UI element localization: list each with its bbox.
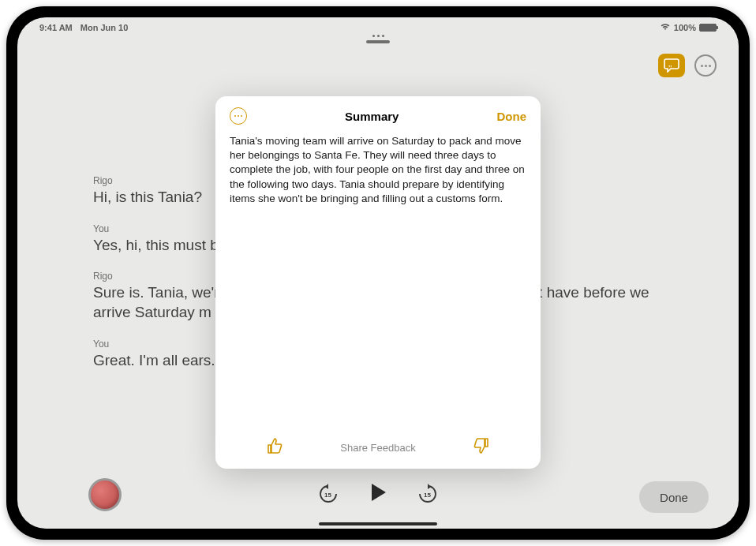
status-bar: 9:41 AM Mon Jun 10 100% bbox=[17, 17, 739, 35]
more-button[interactable] bbox=[694, 54, 717, 77]
thumbs-up-icon bbox=[266, 437, 283, 454]
svg-text:,,: ,, bbox=[668, 61, 672, 68]
thumbs-down-icon bbox=[473, 437, 490, 454]
rewind-15-button[interactable]: 15 bbox=[318, 484, 339, 504]
transcript-button[interactable]: ,, bbox=[658, 54, 685, 77]
summary-modal: Summary Done Tania's moving team will ar… bbox=[215, 96, 541, 469]
summary-text: Tania's moving team will arrive on Satur… bbox=[230, 134, 526, 206]
play-icon bbox=[367, 481, 389, 503]
svg-text:15: 15 bbox=[424, 492, 431, 499]
home-indicator[interactable] bbox=[319, 522, 437, 525]
ipad-device-frame: 9:41 AM Mon Jun 10 100% ,, bbox=[6, 6, 750, 540]
status-time: 9:41 AM bbox=[39, 23, 73, 32]
done-button[interactable]: Done bbox=[639, 481, 709, 513]
modal-more-button[interactable] bbox=[230, 107, 247, 125]
status-date: Mon Jun 10 bbox=[80, 23, 129, 32]
wifi-icon bbox=[660, 23, 671, 32]
share-feedback-label: Share Feedback bbox=[340, 442, 415, 454]
thumbs-down-button[interactable] bbox=[473, 437, 490, 458]
forward-15-button[interactable]: 15 bbox=[417, 484, 438, 504]
modal-title: Summary bbox=[345, 110, 399, 123]
status-battery-pct: 100% bbox=[674, 23, 696, 32]
ellipsis-icon bbox=[372, 35, 384, 37]
grabber-icon bbox=[366, 40, 390, 43]
multitask-handle[interactable] bbox=[366, 35, 390, 43]
speech-quote-icon: ,, bbox=[664, 58, 679, 73]
play-button[interactable] bbox=[367, 481, 389, 507]
playback-controls: 15 15 bbox=[17, 481, 739, 507]
forward-15-icon: 15 bbox=[417, 484, 438, 504]
battery-icon bbox=[699, 24, 717, 32]
rewind-15-icon: 15 bbox=[318, 484, 339, 504]
screen: 9:41 AM Mon Jun 10 100% ,, bbox=[17, 17, 739, 529]
done-button-label: Done bbox=[660, 491, 688, 504]
svg-text:15: 15 bbox=[324, 492, 331, 499]
thumbs-up-button[interactable] bbox=[266, 437, 283, 458]
modal-done-button[interactable]: Done bbox=[497, 110, 527, 123]
